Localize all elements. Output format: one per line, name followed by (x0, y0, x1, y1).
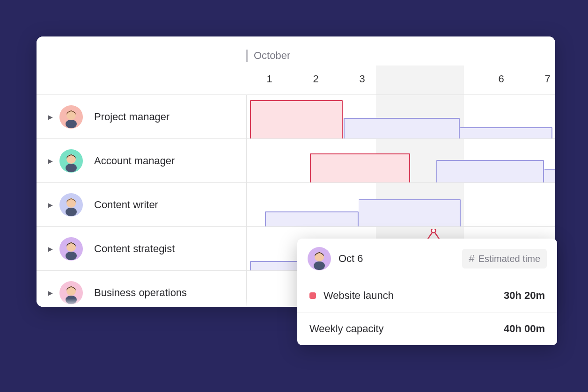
resource-row[interactable]: ▶ Content writer (37, 182, 555, 226)
workload-bars (246, 139, 555, 182)
estimated-time-badge[interactable]: # Estimated time (462, 249, 547, 269)
svg-rect-2 (66, 120, 77, 128)
svg-rect-14 (66, 296, 77, 304)
expand-icon[interactable]: ▶ (48, 113, 53, 121)
row-left: ▶ Content strategist (37, 227, 246, 270)
popup-task-row[interactable]: Website launch 30h 20m (297, 279, 557, 312)
row-left: ▶ Business operations (37, 271, 246, 307)
role-label: Business operations (94, 287, 187, 299)
month-marker (246, 50, 248, 62)
capacity-time: 40h 00m (504, 323, 545, 335)
workload-popup: Oct 6 # Estimated time Website launch 30… (297, 239, 557, 345)
expand-icon[interactable]: ▶ (48, 245, 53, 253)
row-left: ▶ Project manager (37, 95, 246, 138)
avatar (59, 237, 83, 261)
row-left: ▶ Account manager (37, 139, 246, 182)
workload-bar[interactable] (359, 199, 461, 226)
expand-icon[interactable]: ▶ (48, 201, 53, 209)
day-cell[interactable]: 6 (478, 73, 524, 93)
workload-bar[interactable] (265, 211, 359, 226)
svg-point-13 (66, 286, 76, 296)
svg-point-7 (66, 198, 76, 208)
svg-point-10 (66, 242, 76, 252)
svg-rect-8 (66, 208, 77, 216)
avatar (59, 193, 83, 217)
role-label: Content strategist (94, 243, 175, 255)
avatar (59, 281, 83, 305)
avatar (59, 149, 83, 173)
workload-bars (246, 95, 555, 138)
popup-header: Oct 6 # Estimated time (297, 239, 557, 279)
task-time: 30h 20m (504, 290, 545, 302)
badge-label: Estimated time (478, 254, 540, 264)
capacity-label: Weekly capacity (309, 323, 384, 335)
expand-icon[interactable]: ▶ (48, 289, 53, 297)
resource-row[interactable]: ▶ Project manager (37, 94, 555, 138)
hash-icon: # (469, 253, 474, 265)
svg-point-1 (66, 110, 76, 120)
workload-bar[interactable] (436, 160, 544, 182)
svg-point-17 (315, 252, 324, 261)
day-cell[interactable]: 7 (524, 73, 555, 93)
svg-rect-5 (66, 164, 77, 172)
task-name: Website launch (323, 290, 394, 302)
day-cell[interactable]: 2 (293, 73, 339, 93)
workload-bars (246, 183, 555, 226)
month-label: October (254, 50, 290, 62)
workload-bar[interactable] (344, 118, 460, 138)
svg-point-15 (432, 229, 436, 233)
timeline-header: October 12345678 (37, 36, 555, 94)
svg-point-4 (66, 154, 76, 164)
svg-rect-11 (66, 252, 77, 260)
day-cell[interactable]: 1 (246, 73, 293, 93)
popup-capacity-row: Weekly capacity 40h 00m (297, 312, 557, 345)
role-label: Project manager (94, 111, 169, 123)
task-dot-icon (309, 292, 316, 299)
role-label: Account manager (94, 155, 175, 167)
workload-bar[interactable] (460, 127, 552, 138)
resource-row[interactable]: ▶ Account manager (37, 138, 555, 182)
avatar (308, 247, 331, 270)
popup-date: Oct 6 (338, 253, 462, 265)
workload-bar-over[interactable] (250, 100, 343, 138)
svg-rect-18 (314, 261, 325, 270)
expand-icon[interactable]: ▶ (48, 157, 53, 165)
role-label: Content writer (94, 199, 158, 211)
row-left: ▶ Content writer (37, 183, 246, 226)
avatar (59, 105, 83, 129)
workload-bar[interactable] (544, 169, 555, 182)
workload-bar-over[interactable] (310, 153, 410, 182)
